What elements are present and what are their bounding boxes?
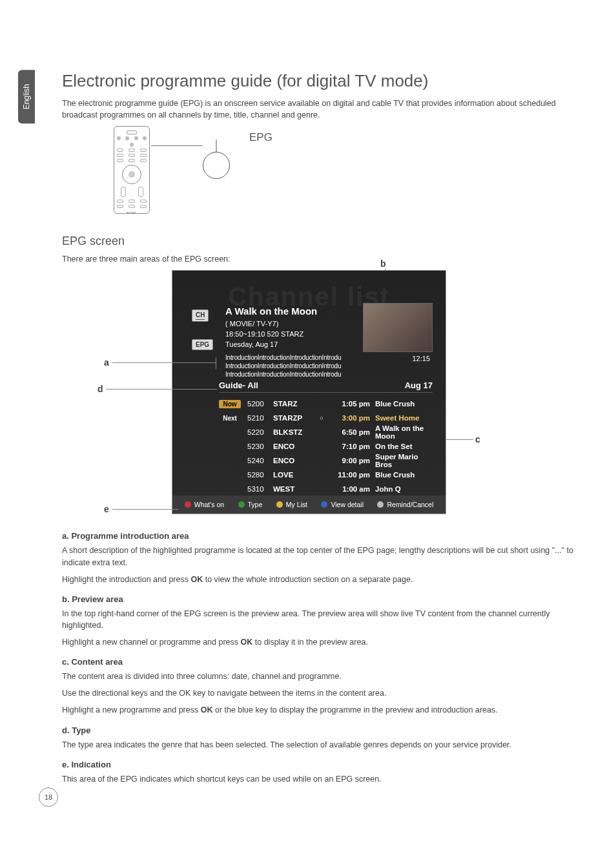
remote-figure: acer EPG	[114, 126, 579, 223]
programme-meta: ( MOVIE/ TV-Y7) 18:50~19:10 520 STARZ Tu…	[225, 319, 303, 350]
remote-brand: acer	[127, 211, 137, 214]
footer-mylist: My List	[276, 501, 307, 508]
section-b-p2: Highlight a new channel or programme and…	[62, 636, 579, 648]
footer-mylist-label: My List	[286, 501, 307, 508]
section-d-heading: d. Type	[62, 725, 579, 735]
programme-time: 9:00 pm	[325, 457, 370, 464]
section-e-p1: This area of the EPG indicates which sho…	[62, 773, 579, 785]
meta-date: Tuesday, Aug 17	[225, 340, 303, 350]
guide-header: Guide- All Aug 17	[219, 380, 433, 393]
meta-rating: ( MOVIE/ TV-Y7)	[225, 319, 303, 329]
meta-time-channel: 18:50~19:10 520 STARZ	[225, 329, 303, 340]
epg-screen-text: There are three main areas of the EPG sc…	[62, 253, 579, 265]
channel-name: ENCO	[273, 457, 318, 464]
epg-footer: What's on Type My List View detail Remin…	[172, 495, 446, 514]
programme-name: On the Set	[375, 443, 433, 450]
text: to view the whole introduction section o…	[203, 575, 413, 584]
section-c-p2: Use the directional keys and the OK key …	[62, 687, 579, 699]
programme-name: Blue Crush	[375, 471, 433, 479]
footer-type-label: Type	[248, 501, 263, 508]
epg-screen-heading: EPG screen	[62, 234, 579, 248]
section-c-heading: c. Content area	[62, 657, 579, 667]
programme-time: 7:10 pm	[325, 443, 370, 450]
programme-time: 11:00 pm	[325, 471, 370, 479]
footer-remind-label: Remind/Cancel	[387, 501, 433, 508]
channel-name: LOVE	[273, 471, 318, 479]
epg-label: EPG	[249, 131, 272, 144]
tag-spacer	[219, 446, 241, 447]
page-number: 18	[39, 787, 58, 807]
callout-a: a	[104, 357, 109, 368]
ok-key: OK	[190, 575, 203, 584]
epg-screenshot-wrap: b Channel list CH EPG A Walk on the Moon…	[62, 270, 579, 522]
callout-e: e	[104, 504, 109, 514]
guide-row: Now5200STARZ1:05 pmBlue Crush	[219, 397, 433, 411]
guide-row: 5310WEST1:00 amJohn Q	[219, 482, 433, 496]
ok-dot-icon	[377, 501, 384, 508]
text: Highlight the introduction and press	[62, 575, 190, 584]
programme-time: 1:00 am	[325, 485, 370, 493]
epg-screenshot: Channel list CH EPG A Walk on the Moon (…	[172, 270, 446, 514]
channel-number: 5240	[247, 457, 273, 464]
callout-line-e	[112, 509, 178, 510]
callout-d: d	[98, 384, 103, 394]
epg-circle	[203, 152, 230, 179]
section-c-p1: The content area is divided into three c…	[62, 671, 579, 682]
leader-line	[151, 145, 203, 146]
footer-whatson-label: What's on	[194, 501, 224, 508]
programme-time: 3:00 pm	[325, 414, 370, 422]
channel-number: 5220	[247, 428, 273, 436]
channel-name: WEST	[273, 485, 318, 493]
programme-time: 1:05 pm	[325, 400, 370, 408]
footer-whatson: What's on	[185, 501, 224, 508]
text: Highlight a new channel or programme and…	[62, 638, 241, 647]
next-tag: Next	[219, 414, 241, 422]
channel-name: STARZ	[273, 400, 318, 408]
page-title: Electronic programme guide (for digital …	[62, 71, 579, 91]
intro-paragraph: The electronic programme guide (EPG) is …	[62, 98, 579, 121]
section-b-p1: In the top right-hand corner of the EPG …	[62, 608, 579, 631]
text: to display it in the preview area.	[252, 638, 368, 647]
chip-epg: EPG	[192, 339, 213, 350]
blue-dot-icon	[321, 501, 327, 508]
programme-time: 6:50 pm	[325, 428, 370, 436]
channel-name: ENCO	[273, 443, 318, 450]
ok-key: OK	[241, 638, 253, 647]
channel-number: 5310	[247, 485, 273, 493]
callout-c: c	[475, 434, 480, 444]
chip-ch: CH	[192, 309, 209, 322]
programme-name: John Q	[375, 485, 433, 493]
channel-name: STARZP	[273, 414, 318, 422]
guide-row: 5230ENCO7:10 pmOn the Set	[219, 439, 433, 453]
callout-line-a2	[216, 357, 216, 369]
remote-illustration: acer	[114, 126, 150, 214]
section-b-heading: b. Preview area	[62, 594, 579, 604]
footer-type: Type	[238, 501, 263, 508]
callout-line-c	[446, 439, 473, 440]
page-content: Electronic programme guide (for digital …	[62, 71, 579, 790]
callout-line-d	[106, 389, 217, 390]
ok-key: OK	[201, 705, 213, 714]
guide-date: Aug 17	[405, 380, 433, 390]
guide-row: 5220BLKSTZ6:50 pmA Walk on the Moon	[219, 425, 433, 439]
channel-number: 5200	[247, 400, 273, 408]
section-c-p3: Highlight a new programme and press OK o…	[62, 704, 579, 716]
tag-spacer	[219, 474, 241, 475]
guide-row: 5240ENCO9:00 pmSuper Mario Bros	[219, 453, 433, 468]
programme-intro: IntroductionIntroductionIntroductionIntr…	[225, 353, 341, 379]
text: Highlight a new programme and press	[62, 705, 201, 714]
programme-name: Sweet Home	[375, 414, 433, 422]
red-dot-icon	[185, 501, 191, 508]
guide-body: Now5200STARZ1:05 pmBlue CrushNext5210STA…	[219, 397, 433, 496]
language-tab: English	[18, 70, 35, 123]
text: or the blue key to display the programme…	[212, 705, 497, 714]
callout-line-a	[112, 362, 216, 363]
tag-spacer	[219, 432, 241, 433]
tag-spacer	[219, 488, 241, 490]
section-a-p1: A short description of the highlighted p…	[62, 545, 579, 568]
section-a-p2: Highlight the introduction and press OK …	[62, 574, 579, 585]
programme-name: Blue Crush	[375, 400, 433, 408]
guide-title: Guide- All	[219, 380, 258, 390]
tag-spacer	[219, 460, 241, 461]
preview-thumbnail	[363, 303, 433, 352]
